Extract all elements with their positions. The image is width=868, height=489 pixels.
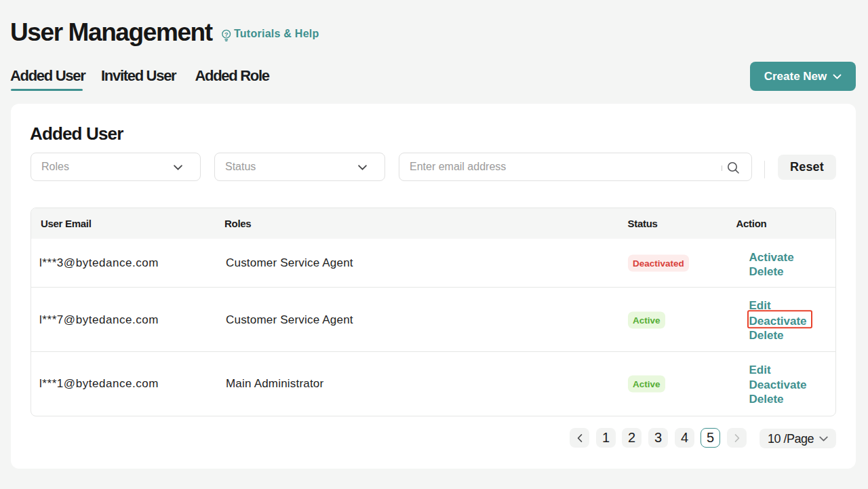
svg-text:?: ?: [224, 31, 229, 38]
